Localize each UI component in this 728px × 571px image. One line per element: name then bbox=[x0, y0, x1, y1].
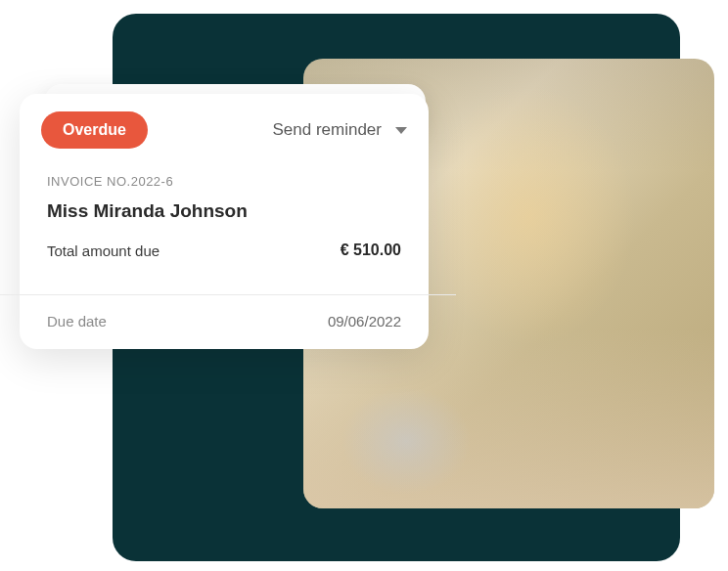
card-body: INVOICE NO.2022-6 Miss Miranda Johnson T… bbox=[20, 166, 429, 294]
card-header: Overdue Send reminder bbox=[20, 94, 429, 166]
total-amount-value: € 510.00 bbox=[341, 242, 401, 259]
due-date-value: 09/06/2022 bbox=[328, 313, 401, 329]
due-date-label: Due date bbox=[47, 313, 107, 329]
status-badge: Overdue bbox=[41, 111, 148, 149]
invoice-card: Overdue Send reminder INVOICE NO.2022-6 … bbox=[20, 94, 429, 349]
total-amount-label: Total amount due bbox=[47, 242, 159, 259]
customer-name: Miss Miranda Johnson bbox=[47, 200, 401, 222]
send-reminder-label: Send reminder bbox=[272, 120, 382, 140]
amount-row: Total amount due € 510.00 bbox=[47, 242, 401, 277]
invoice-number: INVOICE NO.2022-6 bbox=[47, 174, 401, 189]
chevron-down-icon bbox=[395, 127, 407, 134]
due-date-row: Due date 09/06/2022 bbox=[20, 295, 429, 349]
send-reminder-dropdown[interactable]: Send reminder bbox=[272, 120, 407, 140]
